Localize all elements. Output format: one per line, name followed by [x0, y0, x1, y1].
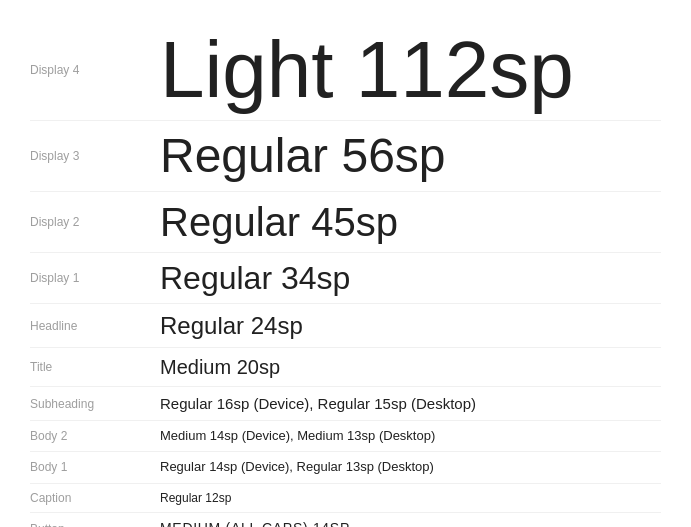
- type-row-caption: CaptionRegular 12sp: [30, 484, 661, 514]
- type-row-display2: Display 2Regular 45sp: [30, 192, 661, 253]
- type-sample-display3: Regular 56sp: [160, 127, 661, 185]
- type-label-caption: Caption: [30, 491, 160, 505]
- type-sample-display4: Light 112sp: [160, 26, 661, 114]
- type-sample-headline: Regular 24sp: [160, 310, 661, 341]
- type-row-body1: Body 1Regular 14sp (Device), Regular 13s…: [30, 452, 661, 483]
- type-sample-button: MEDIUM (ALL CAPS) 14sp: [160, 519, 661, 527]
- type-label-button: Button: [30, 522, 160, 527]
- type-sample-title: Medium 20sp: [160, 354, 661, 380]
- type-label-display2: Display 2: [30, 215, 160, 229]
- type-label-display3: Display 3: [30, 149, 160, 163]
- type-row-headline: HeadlineRegular 24sp: [30, 304, 661, 348]
- type-sample-body1: Regular 14sp (Device), Regular 13sp (Des…: [160, 458, 661, 476]
- type-row-body2: Body 2Medium 14sp (Device), Medium 13sp …: [30, 421, 661, 452]
- type-label-subheading: Subheading: [30, 397, 160, 411]
- type-sample-display1: Regular 34sp: [160, 259, 661, 297]
- type-sample-subheading: Regular 16sp (Device), Regular 15sp (Des…: [160, 393, 661, 414]
- type-sample-display2: Regular 45sp: [160, 198, 661, 246]
- type-row-display3: Display 3Regular 56sp: [30, 121, 661, 192]
- type-label-display4: Display 4: [30, 63, 160, 77]
- type-row-display1: Display 1Regular 34sp: [30, 253, 661, 304]
- type-sample-body2: Medium 14sp (Device), Medium 13sp (Deskt…: [160, 427, 661, 445]
- type-label-display1: Display 1: [30, 271, 160, 285]
- type-sample-caption: Regular 12sp: [160, 490, 661, 507]
- type-label-body2: Body 2: [30, 429, 160, 443]
- type-row-subheading: SubheadingRegular 16sp (Device), Regular…: [30, 387, 661, 421]
- type-label-title: Title: [30, 360, 160, 374]
- type-row-button: ButtonMEDIUM (ALL CAPS) 14sp: [30, 513, 661, 527]
- type-row-display4: Display 4Light 112sp: [30, 20, 661, 121]
- type-label-headline: Headline: [30, 319, 160, 333]
- type-label-body1: Body 1: [30, 460, 160, 474]
- typography-specimen: Display 4Light 112spDisplay 3Regular 56s…: [0, 0, 691, 527]
- type-row-title: TitleMedium 20sp: [30, 348, 661, 387]
